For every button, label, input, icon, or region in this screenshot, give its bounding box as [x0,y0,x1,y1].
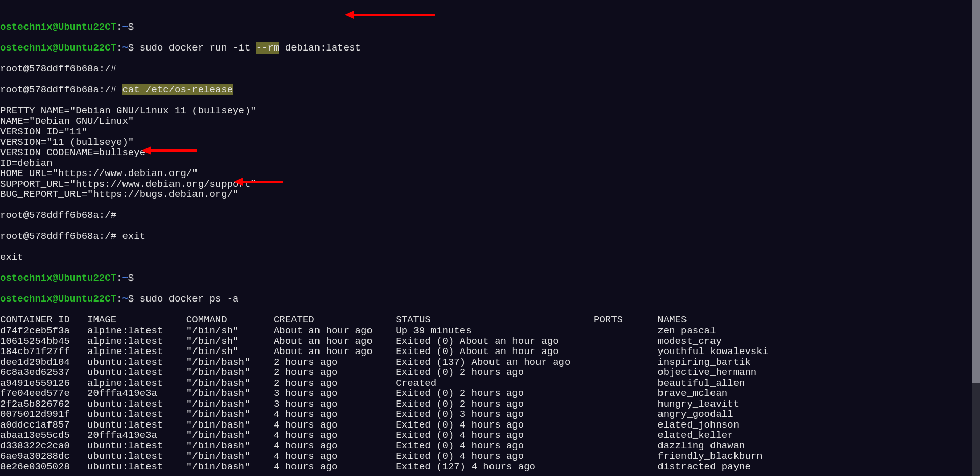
prompt-line: ostechnix@Ubuntu22CT:~$ [0,22,980,33]
scrollbar[interactable] [972,0,980,476]
docker-ps-cmd: sudo docker ps -a [140,293,239,305]
table-row: a0ddcc1af857 ubuntu:latest "/bin/bash" 4… [0,420,980,431]
docker-run-cmd-pre: sudo docker run -it [140,42,256,54]
prompt-path: ~ [122,21,128,33]
os-release-line: VERSION_ID="11" [0,127,980,137]
root-prompt: root@578ddff6b68a:/# [0,63,116,74]
table-row: f7e04eed577e 20fffa419e3a "/bin/bash" 3 … [0,388,980,399]
exit-echo: exit [0,252,980,263]
cat-cmd: cat /etc/os-release [122,84,233,95]
prompt-colon: : [116,21,122,33]
rm-flag-highlight: --rm [256,42,280,54]
os-release-line: NAME="Debian GNU/Linux" [0,116,980,127]
table-row: 2f2a5b826762 ubuntu:latest "/bin/bash" 3… [0,399,980,410]
prompt-user: ostechnix@Ubuntu22CT [0,42,116,54]
table-row: 6ae9a30288dc ubuntu:latest "/bin/bash" 4… [0,451,980,462]
prompt-dollar: $ [128,21,134,33]
table-row: d74f2ceb5f3a alpine:latest "/bin/sh" Abo… [0,325,980,336]
ps-header: CONTAINER ID IMAGE COMMAND CREATED STATU… [0,315,980,325]
table-row: 6c8a3ed62537 ubuntu:latest "/bin/bash" 2… [0,367,980,378]
os-release-line: PRETTY_NAME="Debian GNU/Linux 11 (bullse… [0,106,980,116]
table-row: 10615254bb45 alpine:latest "/bin/sh" Abo… [0,336,980,347]
root-prompt-line: root@578ddff6b68a:/# [0,64,980,74]
table-row: a9491e559126 alpine:latest "/bin/bash" 2… [0,378,980,389]
root-prompt-line: root@578ddff6b68a:/# [0,210,980,221]
cat-line: root@578ddff6b68a:/# cat /etc/os-release [0,85,980,95]
scrollbar-thumb[interactable] [972,0,980,383]
os-release-line: ID=debian [0,158,980,169]
exit-line: root@578ddff6b68a:/# exit [0,231,980,242]
exit-cmd: exit [122,231,145,242]
docker-run-cmd-post: debian:latest [279,42,361,54]
os-release-line: HOME_URL="https://www.debian.org/" [0,168,980,179]
table-row: 184cb71f27ff alpine:latest "/bin/sh" Abo… [0,346,980,357]
os-release-line: SUPPORT_URL="https://www.debian.org/supp… [0,179,980,190]
os-release-line: BUG_REPORT_URL="https://bugs.debian.org/… [0,189,980,200]
prompt-line: ostechnix@Ubuntu22CT:~$ [0,273,980,284]
docker-ps-line: ostechnix@Ubuntu22CT:~$ sudo docker ps -… [0,294,980,305]
table-row: d338322c2ca0 ubuntu:latest "/bin/bash" 4… [0,441,980,452]
docker-run-line: ostechnix@Ubuntu22CT:~$ sudo docker run … [0,43,980,54]
table-row: 0075012d991f ubuntu:latest "/bin/bash" 4… [0,409,980,420]
table-row: abaa13e55cd5 20fffa419e3a "/bin/bash" 4 … [0,430,980,441]
prompt-user: ostechnix@Ubuntu22CT [0,21,116,33]
terminal[interactable]: ostechnix@Ubuntu22CT:~$ ostechnix@Ubuntu… [0,0,980,476]
table-row: 8e26e0305028 ubuntu:latest "/bin/bash" 4… [0,462,980,472]
table-row: dee1d29bd104 ubuntu:latest "/bin/bash" 2… [0,357,980,368]
